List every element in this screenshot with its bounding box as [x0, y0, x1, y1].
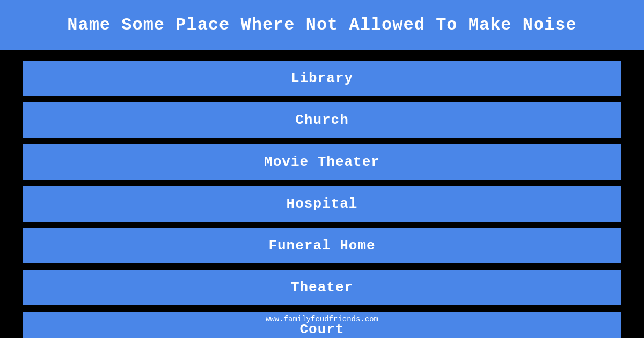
answer-row[interactable]: Hospital [21, 185, 623, 223]
answer-label: Movie Theater [264, 154, 380, 170]
answer-label: Theater [291, 280, 353, 296]
header: Name Some Place Where Not Allowed To Mak… [0, 0, 644, 52]
footer-answer-label: Court [299, 321, 344, 337]
answer-label: Hospital [287, 196, 358, 212]
footer-url: www.familyfeudfriends.com [266, 315, 378, 324]
header-title: Name Some Place Where Not Allowed To Mak… [67, 15, 577, 35]
answer-row[interactable]: Library [21, 60, 623, 97]
answer-label: Funeral Home [268, 238, 375, 254]
answer-row[interactable]: Funeral Home [21, 227, 623, 264]
answer-row[interactable]: Movie Theater [21, 143, 623, 181]
content-area: LibraryChurchMovie TheaterHospitalFunera… [0, 52, 644, 338]
answer-row[interactable]: Theater [21, 269, 623, 306]
answer-label: Church [295, 112, 349, 128]
footer-answer-row[interactable]: www.familyfeudfriends.comCourt [21, 311, 623, 338]
answer-label: Library [291, 70, 353, 86]
answer-row[interactable]: Church [21, 101, 623, 139]
